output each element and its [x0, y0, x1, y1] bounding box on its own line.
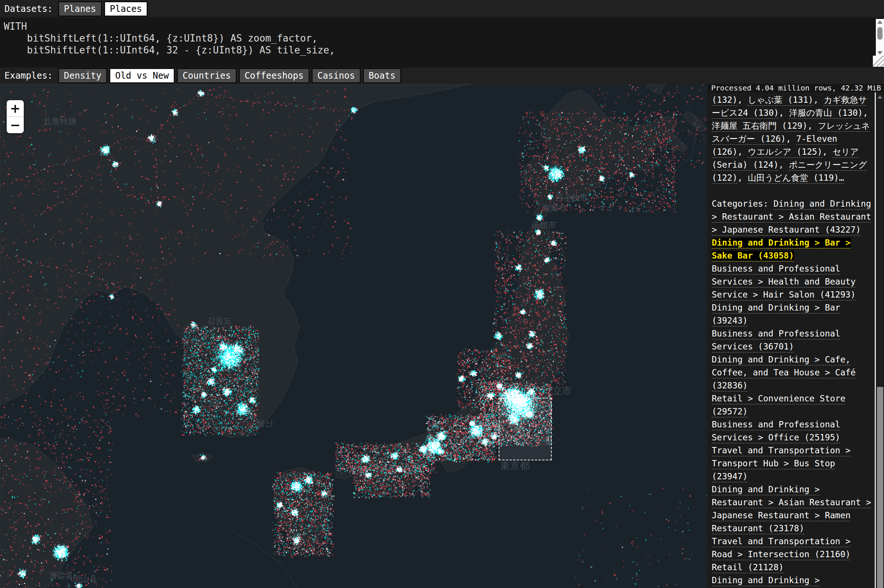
category-link[interactable]: Dining and Drinking > Restaurant > Asian…	[712, 575, 871, 588]
examples-bar: Examples: DensityOld vs NewCountriesCoff…	[0, 68, 884, 84]
zoom-in-button[interactable]: +	[7, 100, 24, 117]
datasets-label: Datasets:	[5, 4, 53, 14]
brand-link[interactable]: 洋麺屋 五右衛門 (129)	[712, 121, 807, 130]
category-link[interactable]: Travel and Transportation > Transport Hu…	[712, 446, 851, 481]
textarea-resize-grip-icon[interactable]	[873, 56, 884, 67]
sql-editor-scrollbar[interactable]	[876, 19, 884, 57]
zoom-out-button[interactable]: −	[7, 117, 24, 133]
sql-scrollbar-thumb[interactable]	[877, 27, 882, 40]
category-link-highlighted[interactable]: Dining and Drinking > Bar > Sake Bar (43…	[712, 238, 851, 260]
brand-link[interactable]: しゃぶ葉 (131)	[748, 95, 813, 105]
map-selection-rectangle	[499, 398, 552, 460]
map[interactable]: 扎鲁特旗日立市東京都강원도개성시울산苫小牧市室蘭市函館市海盐县岱山县 + −	[0, 84, 707, 588]
scroll-up-icon[interactable]	[877, 20, 882, 24]
map-canvas[interactable]	[0, 84, 707, 588]
category-link[interactable]: Business and Professional Services > Hea…	[712, 264, 856, 299]
category-link[interactable]: Dining and Drinking > Bar (39243)	[712, 303, 840, 326]
example-button-countries[interactable]: Countries	[177, 68, 237, 84]
sidebar-content: (132), しゃぶ葉 (131), カギ救急サービス24 (130), 洋服の…	[707, 92, 875, 588]
category-link[interactable]: Dining and Drinking > Restaurant > Asian…	[712, 484, 871, 533]
scroll-down-icon[interactable]	[877, 51, 882, 54]
brand-link[interactable]: 洋服の青山 (130)	[789, 108, 863, 118]
sql-editor[interactable]: WITH bitShiftLeft(1::UInt64, {z:UInt8}) …	[0, 17, 884, 68]
main-area: 扎鲁特旗日立市東京都강원도개성시울산苫小牧市室蘭市函館市海盐县岱山县 + − P…	[0, 84, 884, 588]
dataset-button-places[interactable]: Places	[104, 1, 148, 17]
dataset-buttons: PlanesPlaces	[58, 1, 150, 17]
brand-link[interactable]: 山田うどん食堂 (119)…	[748, 173, 844, 183]
dataset-button-planes[interactable]: Planes	[58, 1, 102, 17]
brand-link[interactable]: ウエルシア (125)	[748, 147, 822, 156]
examples-label: Examples:	[5, 70, 53, 81]
example-buttons: DensityOld vs NewCountriesCoffeeshopsCas…	[58, 68, 403, 84]
category-link[interactable]: Business and Professional Services > Off…	[712, 420, 840, 442]
brands-list: (132), しゃぶ葉 (131), カギ救急サービス24 (130), 洋服の…	[712, 93, 873, 184]
category-link[interactable]: Travel and Transportation > Road > Inter…	[712, 536, 851, 559]
sidebar-scrollbar[interactable]	[875, 92, 884, 588]
example-button-boats[interactable]: Boats	[363, 68, 401, 84]
category-link[interactable]: Retail > Convenience Store (29572)	[712, 394, 845, 416]
example-button-coffeeshops[interactable]: Coffeeshops	[239, 68, 310, 84]
map-zoom-control: + −	[7, 100, 24, 133]
example-button-old-vs-new[interactable]: Old vs New	[109, 68, 175, 84]
category-link[interactable]: Retail (21128)	[712, 562, 784, 572]
query-status: Processed 4.04 million rows, 42.32 MiB	[707, 84, 884, 92]
categories-label: Categories:	[712, 199, 773, 208]
sql-code[interactable]: WITH bitShiftLeft(1::UInt64, {z:UInt8}) …	[0, 17, 884, 56]
category-link[interactable]: Business and Professional Services (3670…	[712, 328, 840, 351]
brand-link[interactable]: (132)	[712, 95, 737, 105]
scroll-up-icon[interactable]	[877, 95, 882, 99]
example-button-density[interactable]: Density	[58, 68, 107, 84]
results-sidebar: Processed 4.04 million rows, 42.32 MiB (…	[707, 84, 884, 588]
example-button-casinos[interactable]: Casinos	[311, 68, 361, 84]
category-link[interactable]: Dining and Drinking > Cafe, Coffee, and …	[712, 355, 856, 390]
sidebar-scrollbar-thumb[interactable]	[877, 387, 883, 588]
datasets-bar: Datasets: PlanesPlaces	[0, 0, 884, 17]
categories-list: Categories: Dining and Drinking > Restau…	[712, 197, 873, 588]
